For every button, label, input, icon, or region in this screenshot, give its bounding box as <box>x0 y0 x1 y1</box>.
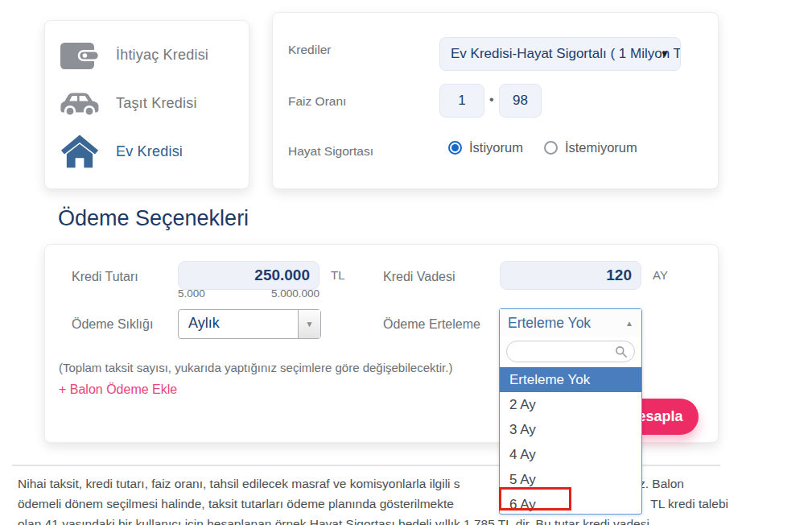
installment-note: (Toplam taksit sayısı, yukarıda yaptığın… <box>59 361 452 374</box>
sidebar-item-ev-kredisi[interactable]: Ev Kredisi <box>56 127 249 176</box>
house-icon <box>56 133 103 170</box>
odeme-erteleme-label: Ödeme Erteleme <box>383 317 480 332</box>
krediler-label: Krediler <box>288 43 331 57</box>
dropdown-option-erteleme-yok[interactable]: Erteleme Yok <box>500 367 641 392</box>
sidebar-item-ihtiyac-kredisi[interactable]: İhtiyaç Kredisi <box>56 31 249 79</box>
radio-istemiyorum[interactable] <box>544 141 558 155</box>
loan-settings-panel: Krediler Ev Kredisi-Hayat Sigortalı ( 1 … <box>272 12 719 189</box>
sidebar-item-label: İhtiyaç Kredisi <box>116 47 208 64</box>
faiz-orani-fraction-input[interactable]: 98 <box>499 84 542 118</box>
wallet-icon <box>56 37 103 72</box>
chevron-up-icon: ▲ <box>625 319 633 328</box>
loan-type-sidebar: İhtiyaç Kredisi Taşıt Kredisi Ev Kredisi <box>44 20 249 189</box>
balloon-payment-link[interactable]: + Balon Ödeme Ekle <box>59 382 177 397</box>
dropdown-search-box <box>506 341 635 362</box>
chevron-down-icon: ▼ <box>298 310 320 338</box>
dropdown-option-4-ay[interactable]: 4 Ay <box>500 442 641 467</box>
kredi-vadesi-unit: AY <box>653 268 668 282</box>
kredi-tutari-range: 5.000 5.000.000 <box>178 287 319 300</box>
odeme-erteleme-selected-value: Erteleme Yok <box>508 315 625 332</box>
page-title: Ödeme Seçenekleri <box>58 206 249 231</box>
hayat-sigortasi-radio-group: İstiyorum İstemiyorum <box>448 140 658 155</box>
kredi-vadesi-label: Kredi Vadesi <box>383 270 455 284</box>
hayat-sigortasi-label: Hayat Sigortası <box>288 144 373 159</box>
kredi-tutari-label: Kredi Tutarı <box>72 270 138 284</box>
sidebar-item-label: Ev Kredisi <box>116 143 183 160</box>
odeme-sikligi-value: Aylık <box>188 315 220 332</box>
faiz-orani-integer-input[interactable]: 1 <box>439 84 484 118</box>
radio-istemiyorum-label: İstemiyorum <box>565 140 637 155</box>
rate-decimal-separator: • <box>489 93 494 107</box>
dropdown-option-2-ay[interactable]: 2 Ay <box>500 392 641 417</box>
radio-istiyorum-label: İstiyorum <box>469 140 523 155</box>
chevron-down-icon: ▼ <box>660 49 670 59</box>
krediler-selected-value: Ev Kredisi-Hayat Sigortalı ( 1 Milyon TL <box>451 46 681 62</box>
sidebar-item-label: Taşıt Kredisi <box>116 95 197 112</box>
kredi-tutari-max: 5.000.000 <box>271 287 319 300</box>
odeme-erteleme-select[interactable]: Erteleme Yok ▲ <box>500 309 641 337</box>
kredi-tutari-min: 5.000 <box>178 287 205 300</box>
odeme-erteleme-dropdown: Erteleme Yok ▲ Erteleme Yok 2 Ay 3 Ay 4 … <box>499 308 642 515</box>
odeme-sikligi-label: Ödeme Sıklığı <box>72 317 153 332</box>
odeme-sikligi-select[interactable]: Aylık ▼ <box>178 309 321 339</box>
sidebar-item-tasit-kredisi[interactable]: Taşıt Kredisi <box>56 79 249 127</box>
kredi-tutari-input[interactable]: 250.000 <box>178 261 319 290</box>
faiz-orani-label: Faiz Oranı <box>288 94 346 109</box>
kredi-tutari-unit: TL <box>331 268 345 282</box>
car-icon <box>56 86 103 120</box>
dropdown-option-3-ay[interactable]: 3 Ay <box>500 417 641 442</box>
kredi-vadesi-input[interactable]: 120 <box>500 261 641 290</box>
radio-istiyorum[interactable] <box>448 141 462 155</box>
search-icon <box>615 345 628 358</box>
krediler-select[interactable]: Ev Kredisi-Hayat Sigortalı ( 1 Milyon TL… <box>439 37 681 71</box>
annotation-highlight-box <box>499 487 571 511</box>
